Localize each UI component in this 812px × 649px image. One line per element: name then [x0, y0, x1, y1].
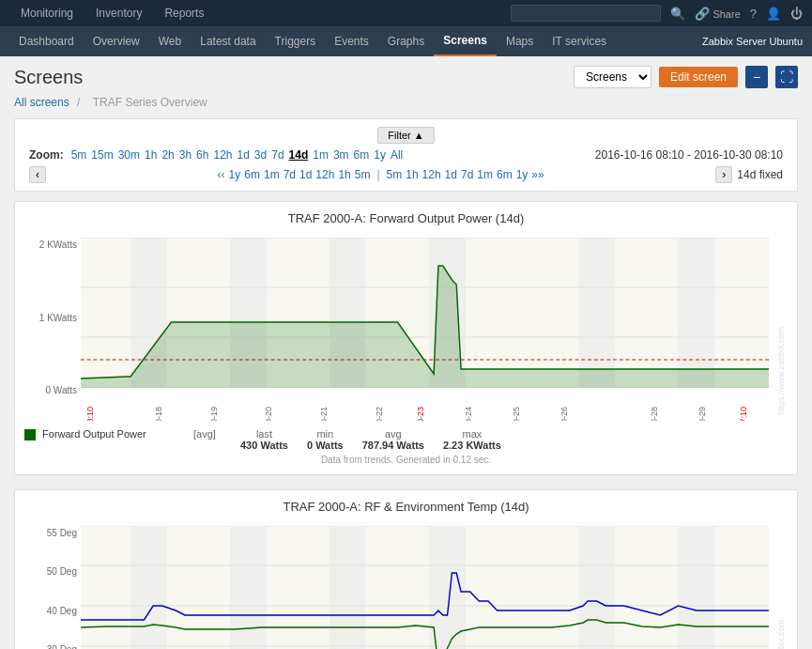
svg-rect-20 [230, 526, 267, 649]
fullscreen-button[interactable]: ⛶ [775, 66, 798, 88]
nav-7d-back[interactable]: 7d [283, 168, 296, 181]
profile-icon[interactable]: 👤 [766, 7, 781, 21]
screens-dropdown[interactable]: Screens [574, 66, 651, 88]
nav-7d-fwd[interactable]: 7d [461, 168, 473, 181]
tab-dashboard[interactable]: Dashboard [9, 27, 84, 55]
zoom-all[interactable]: All [391, 148, 403, 162]
chart1-legend-color [24, 429, 36, 440]
page-header-row: Screens Screens Edit screen − ⛶ [14, 66, 798, 88]
chart2-title: TRAF 2000-A: RF & Environment Temp (14d) [24, 500, 788, 514]
zoom-5m[interactable]: 5m [71, 148, 87, 162]
nav-prev-button[interactable]: ‹ [29, 166, 46, 183]
date-range: 2016-10-16 08:10 - 2016-10-30 08:10 [595, 148, 783, 162]
zoom-1h[interactable]: 1h [145, 148, 157, 162]
page-actions: Screens Edit screen − ⛶ [574, 66, 798, 88]
svg-rect-9 [578, 238, 615, 388]
nav-next-button[interactable]: › [715, 166, 732, 183]
chart1-legend: Forward Output Power [avg] last 430 Watt… [24, 428, 788, 451]
zoom-6m[interactable]: 6m [354, 148, 370, 162]
edit-screen-button[interactable]: Edit screen [659, 67, 738, 87]
chart2-watermark: https://www.zabbix.com [776, 620, 786, 649]
chart1-avg-col: avg 787.94 Watts [362, 428, 424, 451]
zoom-3d[interactable]: 3d [254, 148, 267, 162]
nav-monitoring[interactable]: Monitoring [9, 2, 84, 24]
nav-rr[interactable]: »» [531, 168, 544, 181]
chart1-y-top: 2 KWatts [26, 240, 77, 250]
share-icon[interactable]: 🔗 Share [695, 7, 741, 21]
zoom-3m[interactable]: 3m [333, 148, 349, 162]
zoom-1y[interactable]: 1y [374, 148, 386, 162]
nav-ll[interactable]: ‹‹ [218, 168, 225, 181]
nav-12h-back[interactable]: 12h [315, 168, 334, 181]
help-icon[interactable]: ? [750, 7, 757, 21]
chart1-max-col: max 2.23 KWatts [443, 428, 501, 451]
chart1-footer: Data from trends. Generated in 0.12 sec. [24, 455, 788, 465]
chart1-min-col: min 0 Watts [307, 428, 344, 451]
power-icon[interactable]: ⏻ [790, 7, 803, 21]
search-input[interactable] [511, 5, 661, 22]
tab-maps[interactable]: Maps [497, 27, 543, 55]
tab-overview[interactable]: Overview [84, 27, 149, 55]
tab-screens[interactable]: Screens [434, 26, 497, 56]
nav-5m-back[interactable]: 5m [355, 168, 371, 181]
svg-rect-10 [679, 238, 715, 388]
nav-row: ‹ ‹‹ 1y 6m 1m 7d 1d 12h 1h 5m | 5m 1h 12… [29, 166, 783, 183]
nav-1d-fwd[interactable]: 1d [445, 168, 457, 181]
tab-web[interactable]: Web [149, 27, 191, 55]
chart1-svg [81, 238, 769, 388]
filter-toggle-button[interactable]: Filter ▲ [377, 127, 434, 144]
nav-reports[interactable]: Reports [153, 2, 215, 24]
nav-1m-fwd[interactable]: 1m [477, 168, 493, 181]
filter-toggle: Filter ▲ [29, 127, 783, 144]
chart1-legend-avg: [avg] [193, 428, 240, 440]
zoom-12h[interactable]: 12h [213, 148, 232, 162]
search-icon[interactable]: 🔍 [670, 7, 685, 21]
nav-5m-fwd[interactable]: 5m [387, 168, 403, 181]
zoom-14d[interactable]: 14d [289, 148, 309, 162]
zoom-3h[interactable]: 3h [179, 148, 192, 162]
chart1-last-col: last 430 Watts [240, 428, 288, 451]
zoom-6h[interactable]: 6h [196, 148, 208, 162]
nav-12h-fwd[interactable]: 12h [422, 168, 441, 181]
zoom-2h[interactable]: 2h [161, 148, 174, 162]
chart1-y-bot: 0 Watts [26, 385, 77, 395]
nav-inventory[interactable]: Inventory [84, 2, 153, 24]
breadcrumb-all-screens[interactable]: All screens [14, 96, 69, 109]
page-title: Screens [14, 67, 574, 88]
zoom-1m[interactable]: 1m [313, 148, 329, 162]
nav-6m-fwd[interactable]: 6m [497, 168, 513, 181]
nav-1h-fwd[interactable]: 1h [406, 168, 418, 181]
breadcrumb: All screens / TRAF Series Overview [14, 96, 798, 109]
nav-6m-back[interactable]: 6m [244, 168, 260, 181]
breadcrumb-current: TRAF Series Overview [93, 96, 207, 109]
zoom-30m[interactable]: 30m [118, 148, 140, 162]
chart1-x-axis: 10-16 08:10 10-18 10-19 10-20 10-21 10-2… [81, 397, 769, 421]
fixed-label: 14d fixed [737, 168, 783, 181]
svg-rect-21 [329, 526, 366, 649]
zoom-7d[interactable]: 7d [271, 148, 283, 162]
nav-1m-back[interactable]: 1m [264, 168, 280, 181]
server-info: Zabbix Server Ubuntu [702, 36, 803, 47]
page-content: Screens Screens Edit screen − ⛶ All scre… [0, 56, 812, 649]
nav-1h-back[interactable]: 1h [338, 168, 350, 181]
second-nav: Dashboard Overview Web Latest data Trigg… [0, 26, 812, 56]
tab-events[interactable]: Events [325, 27, 378, 55]
chart2-svg [81, 526, 769, 649]
breadcrumb-separator: / [77, 96, 80, 109]
nav-1y-back[interactable]: 1y [229, 168, 241, 181]
filter-bar: Filter ▲ Zoom: 5m 15m 30m 1h 2h 3h 6h 12… [14, 118, 798, 192]
tab-graphs[interactable]: Graphs [378, 27, 434, 55]
chart1-title: TRAF 2000-A: Forward Output Power (14d) [24, 211, 788, 225]
top-nav: Monitoring Inventory Reports 🔍 🔗 Share ?… [0, 0, 812, 26]
chart2-y-3: 40 Deg [26, 606, 77, 616]
zoom-1d[interactable]: 1d [237, 148, 249, 162]
nav-1y-fwd[interactable]: 1y [516, 168, 529, 181]
chart2-y-4: 30 Deg [26, 644, 77, 649]
tab-latest-data[interactable]: Latest data [191, 27, 265, 55]
tab-triggers[interactable]: Triggers [266, 27, 326, 55]
chart2-y-2: 50 Deg [26, 566, 77, 577]
nav-1d-back[interactable]: 1d [299, 168, 312, 181]
tab-it-services[interactable]: IT services [543, 27, 616, 55]
minus-button[interactable]: − [745, 66, 768, 88]
zoom-15m[interactable]: 15m [91, 148, 113, 162]
